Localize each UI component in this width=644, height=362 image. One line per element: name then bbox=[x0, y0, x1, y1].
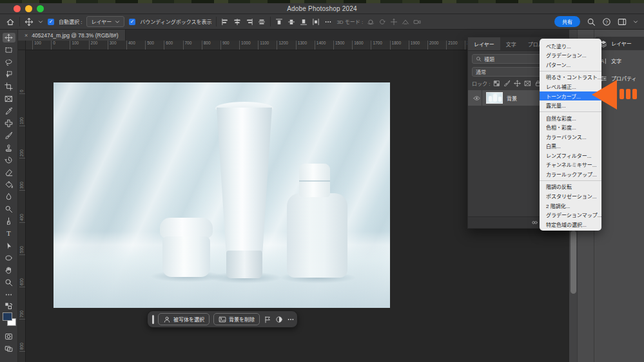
lasso-tool[interactable] bbox=[3, 57, 15, 67]
document-image[interactable] bbox=[54, 82, 390, 308]
auto-select-dropdown[interactable]: レイヤー bbox=[86, 16, 124, 27]
lock-artboard-icon[interactable] bbox=[524, 80, 531, 87]
3d-slide-icon[interactable] bbox=[402, 18, 409, 26]
taskbar-drag-handle[interactable] bbox=[152, 315, 154, 324]
titlebar[interactable]: Adobe Photoshop 2024 bbox=[0, 3, 644, 14]
menu-item[interactable]: グラデーションマップ... bbox=[540, 210, 601, 220]
menu-item[interactable]: 2 階調化... bbox=[540, 201, 601, 211]
distribute-bottom-icon[interactable] bbox=[300, 18, 307, 26]
minimize-window-button[interactable] bbox=[25, 5, 32, 12]
transform-icon[interactable] bbox=[264, 316, 271, 323]
menu-item[interactable]: パターン... bbox=[540, 60, 601, 70]
lock-transparency-icon[interactable] bbox=[493, 80, 500, 87]
zoom-tool[interactable] bbox=[3, 278, 15, 287]
menu-item[interactable]: チャンネルミキサー... bbox=[540, 160, 601, 170]
select-subject-button[interactable]: 被写体を選択 bbox=[158, 313, 210, 325]
document-tab[interactable]: × 4052474_m.jpg @ 78.3% (RGB/8#) bbox=[18, 30, 126, 41]
menu-item[interactable]: レンズフィルター... bbox=[540, 151, 601, 160]
close-window-button[interactable] bbox=[14, 5, 21, 12]
workspace-icon[interactable] bbox=[618, 17, 627, 26]
history-brush-tool[interactable] bbox=[3, 155, 15, 165]
color-swatches[interactable] bbox=[1, 312, 17, 329]
panel-tab-レイヤー[interactable]: レイヤー bbox=[468, 37, 500, 50]
contextual-taskbar[interactable]: 被写体を選択 背景を削除 bbox=[147, 310, 298, 328]
move-tool-icon[interactable] bbox=[24, 17, 34, 26]
panel-tab-文字[interactable]: 文字 bbox=[500, 37, 522, 50]
lock-paint-icon[interactable] bbox=[503, 80, 511, 87]
hand-tool[interactable] bbox=[3, 265, 15, 275]
path-selection-tool[interactable] bbox=[3, 241, 15, 251]
link-layers-icon[interactable] bbox=[531, 219, 538, 226]
object-selection-tool[interactable] bbox=[3, 70, 15, 79]
align-middle-icon[interactable] bbox=[258, 18, 266, 26]
home-icon[interactable] bbox=[6, 17, 15, 26]
menu-item[interactable]: カラーバランス... bbox=[540, 132, 601, 142]
more-options-icon[interactable] bbox=[324, 18, 332, 26]
ruler-number: 0 bbox=[51, 41, 70, 50]
quick-mask-icon[interactable] bbox=[3, 332, 15, 341]
maximize-window-button[interactable] bbox=[37, 5, 44, 12]
more-options-icon[interactable] bbox=[287, 316, 295, 323]
dodge-tool[interactable] bbox=[3, 204, 15, 214]
3d-pan-icon[interactable] bbox=[390, 18, 398, 26]
3d-orbit-icon[interactable] bbox=[367, 18, 375, 26]
lock-move-icon[interactable] bbox=[514, 80, 521, 87]
frame-tool[interactable] bbox=[3, 94, 15, 104]
help-icon[interactable]: ? bbox=[602, 17, 611, 26]
spot-healing-tool[interactable] bbox=[3, 119, 15, 128]
annotation-dash bbox=[626, 89, 630, 99]
adjustments-icon[interactable] bbox=[275, 316, 283, 323]
menu-item[interactable]: 特定色域の選択... bbox=[540, 220, 601, 229]
menu-item[interactable]: ポスタリゼーション... bbox=[540, 191, 601, 201]
more-tools-tool[interactable] bbox=[3, 290, 15, 300]
annotation-dash bbox=[620, 89, 624, 99]
remove-background-button[interactable]: 背景を削除 bbox=[213, 313, 260, 325]
swap-colors-icon[interactable] bbox=[5, 302, 14, 309]
align-center-horizontal-icon[interactable] bbox=[233, 18, 241, 26]
foreground-color-swatch[interactable] bbox=[3, 312, 12, 321]
pen-tool[interactable] bbox=[3, 216, 15, 226]
menu-item[interactable]: べた塗り... bbox=[540, 41, 601, 51]
layer-thumbnail[interactable] bbox=[486, 92, 503, 104]
clone-stamp-tool[interactable] bbox=[3, 143, 15, 153]
type-tool[interactable]: T bbox=[3, 229, 15, 238]
menu-item[interactable]: 階調の反転 bbox=[540, 182, 601, 192]
distribute-center-icon[interactable] bbox=[288, 18, 295, 26]
bounding-box-checkbox[interactable]: ✓ bbox=[129, 19, 135, 25]
menu-item[interactable]: 色相・彩度... bbox=[540, 122, 601, 132]
menu-item[interactable]: 自然な彩度... bbox=[540, 113, 601, 123]
chevron-down-icon[interactable] bbox=[38, 19, 43, 24]
menu-item[interactable]: カラールックアップ... bbox=[540, 169, 601, 179]
layer-visibility-toggle[interactable] bbox=[472, 90, 482, 106]
eyedropper-tool[interactable] bbox=[3, 106, 15, 116]
distribute-vertical-icon[interactable] bbox=[312, 18, 320, 26]
distribute-top-icon[interactable] bbox=[275, 18, 283, 26]
chevron-down-icon[interactable] bbox=[633, 19, 638, 24]
menu-item[interactable]: 白黒... bbox=[540, 141, 601, 151]
close-tab-icon[interactable]: × bbox=[24, 32, 28, 39]
crop-tool[interactable] bbox=[3, 82, 15, 91]
auto-select-checkbox[interactable]: ✓ bbox=[48, 19, 54, 25]
ellipse-shape-tool[interactable] bbox=[3, 253, 15, 263]
window-controls bbox=[14, 5, 44, 12]
3d-roll-icon[interactable] bbox=[378, 18, 386, 26]
paint-bucket-tool[interactable] bbox=[3, 180, 15, 189]
rectangular-marquee-tool[interactable] bbox=[3, 45, 15, 55]
brush-tool[interactable] bbox=[3, 131, 15, 140]
move-tool[interactable] bbox=[3, 33, 15, 43]
dock-scrollbar-thumb[interactable] bbox=[571, 231, 576, 294]
dock-strip-レイヤー[interactable]: レイヤー bbox=[595, 37, 644, 50]
screen-mode-icon[interactable] bbox=[3, 344, 15, 354]
search-icon[interactable] bbox=[587, 17, 596, 26]
eye-icon bbox=[473, 95, 480, 102]
align-right-icon[interactable] bbox=[246, 18, 253, 26]
align-left-icon[interactable] bbox=[221, 18, 229, 26]
menu-item[interactable]: グラデーション... bbox=[540, 51, 601, 61]
ruler-number: 1900 bbox=[409, 41, 427, 50]
3d-camera-icon[interactable] bbox=[413, 18, 421, 26]
share-button[interactable]: 共有 bbox=[554, 16, 580, 27]
blur-tool[interactable] bbox=[3, 192, 15, 202]
vertical-ruler[interactable]: 0100200300400500600700800 bbox=[18, 50, 26, 362]
eraser-tool[interactable] bbox=[3, 167, 15, 177]
dock-strip-文字[interactable]: A文字 bbox=[595, 54, 644, 68]
